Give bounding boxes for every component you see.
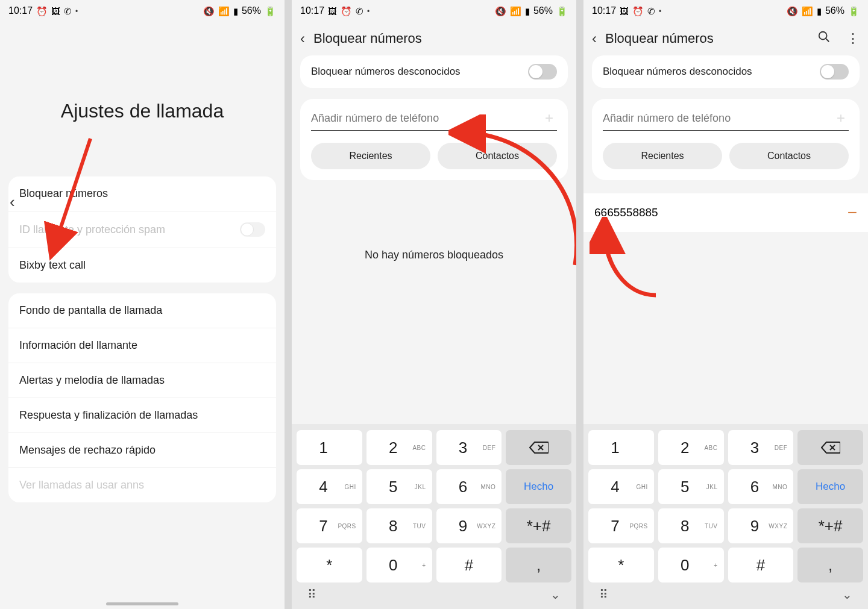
item-label: Alertas y melodía de llamadas [19,374,165,387]
numeric-keypad: 1 2ABC 3DEF 4GHI 5JKL 6MNO Hecho 7PQRS 8… [583,424,868,609]
item-cutoff[interactable]: Ver llamadas al usar anns [8,468,276,502]
key-8[interactable]: 8TUV [658,508,724,543]
gallery-icon: 🖼 [51,7,60,16]
key-backspace[interactable] [797,430,863,465]
key-symbols[interactable]: *+# [797,508,863,543]
status-time: 10:17 [300,5,324,16]
svg-line-1 [826,39,829,42]
key-7[interactable]: 7PQRS [297,508,362,543]
key-star[interactable]: * [588,548,654,582]
signal-icon: ▮ [817,7,822,16]
key-hash[interactable]: # [728,548,794,582]
remove-icon[interactable]: − [848,203,857,222]
wifi-icon: 📶 [510,7,521,16]
recents-button[interactable]: Recientes [311,143,430,169]
key-4[interactable]: 4GHI [297,469,362,504]
key-comma[interactable]: , [506,548,571,582]
blocked-number-row[interactable]: 6665558885 − [583,193,868,232]
back-button[interactable]: ‹ [300,30,305,47]
key-5[interactable]: 5JKL [658,469,724,504]
add-number-card: + Recientes Contactos [592,99,860,180]
toggle-switch[interactable] [240,222,265,237]
toggle-switch[interactable] [528,64,557,80]
gallery-icon: 🖼 [328,7,337,16]
whatsapp-icon: ✆ [64,7,72,16]
key-6[interactable]: 6MNO [728,469,794,504]
key-star[interactable]: * [297,548,362,582]
keyboard-collapse-icon[interactable]: ⌄ [550,587,561,602]
status-bar: 10:17 🖼 ⏰ ✆ 🔇 📶 ▮ 56% 🔋 [292,0,576,22]
key-symbols[interactable]: *+# [506,508,571,543]
back-button[interactable]: ‹ [10,193,15,211]
key-done[interactable]: Hecho [506,469,571,504]
key-1[interactable]: 1 [588,430,654,465]
item-label: Respuesta y finalización de llamadas [19,409,198,422]
key-hash[interactable]: # [436,548,502,582]
more-notifications-icon [75,5,78,16]
blocked-number-text: 6665558885 [594,206,658,219]
keyboard-collapse-icon[interactable]: ⌄ [842,587,852,602]
key-9[interactable]: 9WXYZ [728,508,794,543]
item-answer-end-calls[interactable]: Respuesta y finalización de llamadas [8,398,276,433]
item-bixby-text-call[interactable]: Bixby text call [8,248,276,283]
add-button[interactable]: + [541,110,557,126]
backspace-icon [821,441,840,454]
key-0[interactable]: 0+ [366,548,432,582]
item-caller-info[interactable]: Información del llamante [8,328,276,363]
more-notifications-icon [659,5,661,16]
keyboard-settings-icon[interactable]: ⠿ [599,587,608,602]
svg-point-0 [819,32,827,40]
page-title: Bloquear números [605,31,802,46]
key-9[interactable]: 9WXYZ [436,508,502,543]
contacts-button[interactable]: Contactos [729,143,849,169]
status-bar: 10:17 ⏰ 🖼 ✆ 🔇 📶 ▮ 56% 🔋 [0,0,285,22]
more-icon[interactable]: ⋮ [846,31,860,46]
battery-icon: 🔋 [265,7,276,16]
item-ringtone-alerts[interactable]: Alertas y melodía de llamadas [8,363,276,398]
settings-group-2: Fondo de pantalla de llamada Información… [8,293,276,502]
toggle-label: Bloquear números desconocidos [311,66,461,78]
battery-text: 56% [242,5,261,16]
keyboard-settings-icon[interactable]: ⠿ [307,587,316,602]
recents-button[interactable]: Recientes [603,143,722,169]
key-1[interactable]: 1 [297,430,362,465]
key-3[interactable]: 3DEF [728,430,794,465]
key-3[interactable]: 3DEF [436,430,502,465]
key-7[interactable]: 7PQRS [588,508,654,543]
add-button[interactable]: + [833,110,849,126]
key-2[interactable]: 2ABC [366,430,432,465]
screen-block-numbers-empty: 10:17 🖼 ⏰ ✆ 🔇 📶 ▮ 56% 🔋 ‹ Bloquear númer… [292,0,576,609]
phone-input[interactable] [603,112,833,125]
back-button[interactable]: ‹ [592,30,597,47]
key-done[interactable]: Hecho [797,469,863,504]
settings-group-1: Bloquear números ID llamante y protecció… [8,176,276,283]
item-call-background[interactable]: Fondo de pantalla de llamada [8,293,276,328]
item-label: Bixby text call [19,259,86,272]
more-notifications-icon [367,5,370,16]
item-block-numbers[interactable]: Bloquear números [8,176,276,211]
key-0[interactable]: 0+ [658,548,724,582]
phone-input[interactable] [311,112,541,125]
key-backspace[interactable] [506,430,571,465]
toggle-unknown-numbers[interactable]: Bloquear números desconocidos [300,55,568,88]
key-5[interactable]: 5JKL [366,469,432,504]
status-time: 10:17 [8,5,33,16]
key-6[interactable]: 6MNO [436,469,502,504]
backspace-icon [529,441,549,454]
item-label: Bloquear números [19,187,108,200]
battery-text: 56% [825,5,844,16]
battery-icon: 🔋 [848,7,860,16]
contacts-button[interactable]: Contactos [438,143,557,169]
key-8[interactable]: 8TUV [366,508,432,543]
toggle-unknown-numbers[interactable]: Bloquear números desconocidos [592,55,860,88]
key-4[interactable]: 4GHI [588,469,654,504]
screen-call-settings: 10:17 ⏰ 🖼 ✆ 🔇 📶 ▮ 56% 🔋 Ajustes de llama… [0,0,285,609]
key-2[interactable]: 2ABC [658,430,724,465]
search-icon[interactable] [817,30,831,47]
page-title: Ajustes de llamada [0,100,285,122]
key-comma[interactable]: , [797,548,863,582]
whatsapp-icon: ✆ [356,7,363,16]
item-quick-decline-messages[interactable]: Mensajes de rechazo rápido [8,433,276,468]
toggle-switch[interactable] [820,64,849,80]
item-caller-id-spam[interactable]: ID llamante y protección spam [8,211,276,248]
